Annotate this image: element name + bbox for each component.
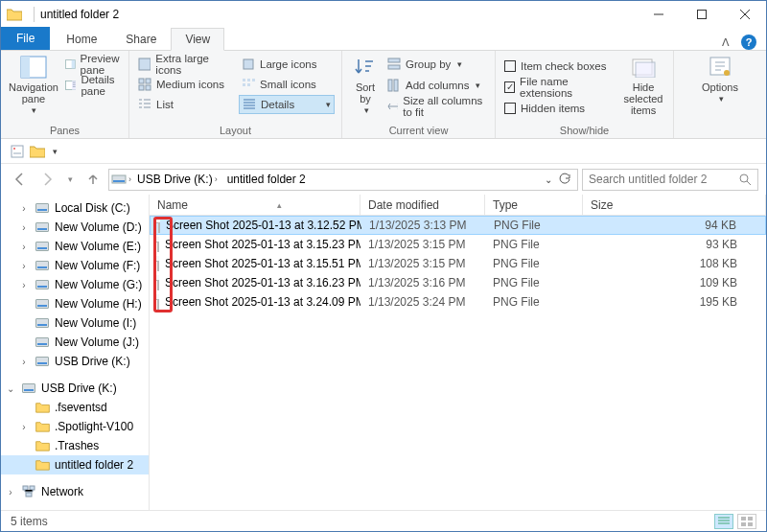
tree-node[interactable]: New Volume (H:) [1,294,149,313]
tree-label: Local Disk (C:) [55,201,130,215]
expand-icon[interactable]: ⌄ [5,383,16,394]
tree-node[interactable]: ›New Volume (E:) [1,237,149,256]
up-button[interactable] [81,168,105,191]
expand-icon[interactable]: › [18,280,30,290]
size-columns-button[interactable]: Size all columns to fit [384,97,489,116]
column-type[interactable]: Type [485,195,583,215]
list-view[interactable]: List [135,95,237,114]
tree-node[interactable]: ›Network [1,482,149,501]
large-icons[interactable]: Large icons [239,55,335,74]
back-button[interactable] [9,168,32,191]
tree-node[interactable]: ›USB Drive (K:) [1,352,149,371]
tab-view[interactable]: View [171,28,224,51]
sort-by-button[interactable]: Sort by▾ [348,53,383,118]
tree-label: New Volume (I:) [55,316,136,330]
column-date[interactable]: Date modified [360,195,485,215]
breadcrumb[interactable]: USB Drive (K:) › [133,173,221,186]
file-rows: Screen Shot 2025-01-13 at 3.12.52 PM.png… [150,216,766,510]
address-history-icon[interactable]: ⌄ [545,174,552,185]
body: ›Local Disk (C:)›New Volume (D:)›New Vol… [1,195,766,510]
svg-rect-34 [741,517,746,520]
address-bar[interactable]: › USB Drive (K:) › untitled folder 2 ⌄ [108,169,578,191]
tree-node[interactable]: ›New Volume (F:) [1,256,149,275]
expand-icon[interactable]: › [18,222,30,233]
properties-icon[interactable] [11,145,24,158]
group-by-button[interactable]: Group by▾ [384,55,489,74]
chevron-right-icon[interactable]: › [128,174,131,184]
maximize-button[interactable] [680,1,723,28]
close-button[interactable] [723,1,766,28]
group-label-panes: Panes [7,124,123,138]
folder-icon[interactable] [30,145,45,158]
expand-icon[interactable]: › [5,487,16,497]
details-view-switch[interactable] [714,514,733,529]
svg-rect-31 [23,486,28,490]
forward-button[interactable] [35,168,58,191]
tree-label: New Volume (H:) [55,297,142,311]
ribbon-collapse-icon[interactable]: ᐱ [722,36,730,49]
preview-pane-button[interactable]: Preview pane [62,55,128,74]
help-icon[interactable]: ? [741,35,756,50]
expand-icon[interactable]: › [18,422,30,432]
tree-node[interactable]: ›New Volume (G:) [1,275,149,294]
svg-rect-9 [139,79,144,83]
column-name[interactable]: Name▴ [150,195,360,215]
expand-icon[interactable]: › [18,242,30,252]
tree-node[interactable]: untitled folder 2 [1,455,149,474]
tree-node[interactable]: ›.Spotlight-V100 [1,417,149,436]
titlebar-separator [34,7,35,22]
nav-tree[interactable]: ›Local Disk (C:)›New Volume (D:)›New Vol… [1,195,150,510]
file-row[interactable]: Screen Shot 2025-01-13 at 3.16.23 PM.png… [150,273,766,292]
tree-node[interactable]: .fseventsd [1,398,149,417]
tree-node[interactable]: New Volume (J:) [1,333,149,352]
search-input[interactable] [589,173,733,186]
item-checkboxes-toggle[interactable]: Item check boxes [501,57,617,76]
hidden-items-toggle[interactable]: Hidden items [501,99,617,118]
tab-share[interactable]: Share [111,28,171,51]
file-name: Screen Shot 2025-01-13 at 3.15.23 PM.png [165,238,360,251]
breadcrumb[interactable]: untitled folder 2 [223,173,310,186]
hide-selected-button[interactable]: Hide selected items [619,53,667,118]
file-row[interactable]: Screen Shot 2025-01-13 at 3.24.09 PM.png… [150,292,766,312]
small-icons[interactable]: Small icons [239,75,335,94]
svg-rect-4 [72,60,76,69]
tree-node[interactable]: New Volume (I:) [1,313,149,333]
details-view[interactable]: Details▾ [239,95,335,114]
file-extensions-toggle[interactable]: File name extensions [501,78,617,97]
svg-rect-17 [247,83,250,86]
tree-node[interactable]: ›New Volume (D:) [1,218,149,237]
file-row[interactable]: Screen Shot 2025-01-13 at 3.12.52 PM.png… [150,216,766,235]
tree-node[interactable]: .Trashes [1,436,149,455]
extra-large-icons[interactable]: Extra large icons [135,55,237,74]
expand-icon[interactable]: › [18,203,30,214]
sort-asc-icon: ▴ [277,200,282,210]
navigation-pane-button[interactable]: Navigation pane▾ [7,53,60,118]
minimize-button[interactable] [637,1,680,28]
medium-icons[interactable]: Medium icons [135,75,237,94]
file-row[interactable]: Screen Shot 2025-01-13 at 3.15.23 PM.png… [150,235,766,254]
tab-home[interactable]: Home [52,28,111,51]
details-pane-button[interactable]: Details pane [62,76,128,95]
expand-icon[interactable]: › [18,261,30,271]
tree-label: New Volume (E:) [55,240,141,253]
drive-icon [111,173,127,186]
refresh-icon[interactable] [558,173,571,186]
recent-locations-button[interactable]: ▾ [62,168,78,191]
file-type: PNG File [486,219,584,232]
expand-icon[interactable]: › [18,357,30,367]
search-box[interactable] [582,169,758,191]
file-size: 108 KB [583,257,766,270]
tree-node[interactable]: ⌄USB Drive (K:) [1,379,149,398]
search-icon[interactable] [739,173,752,186]
add-columns-button[interactable]: Add columns▾ [384,76,489,95]
file-row[interactable]: Screen Shot 2025-01-13 at 3.15.51 PM.png… [150,254,766,273]
tree-label: New Volume (G:) [55,278,142,291]
tab-file[interactable]: File [1,27,50,50]
file-name: Screen Shot 2025-01-13 at 3.15.51 PM.png [165,257,360,270]
tree-node[interactable]: ›Local Disk (C:) [1,198,149,218]
svg-rect-36 [741,522,746,526]
options-button[interactable]: Options▾ [693,53,747,106]
thumbnails-view-switch[interactable] [737,514,756,529]
qat-dropdown-icon[interactable]: ▾ [53,147,58,156]
column-size[interactable]: Size [583,195,766,215]
